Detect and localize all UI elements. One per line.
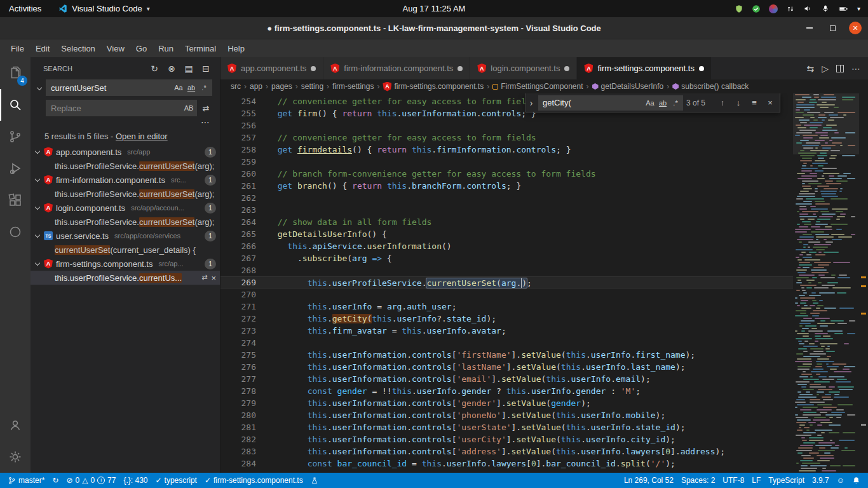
split-editor-icon[interactable]: [836, 65, 844, 72]
explorer-icon[interactable]: 4: [0, 57, 31, 89]
minimize-button[interactable]: [803, 22, 816, 34]
network-icon[interactable]: [786, 4, 795, 13]
whole-word-toggle[interactable]: ab: [185, 81, 198, 94]
tab-firm-settings.component.ts[interactable]: Afirm-settings.component.ts: [577, 57, 711, 79]
regex-toggle[interactable]: .*: [198, 81, 210, 94]
search-result-match-row[interactable]: this.userProfileService.currentUs...⇄×: [31, 271, 220, 285]
indentation-status[interactable]: Spaces: 2: [677, 473, 719, 488]
open-new-search-editor-icon[interactable]: ▤: [184, 64, 194, 74]
chevron-down-icon[interactable]: [35, 233, 40, 238]
code-line[interactable]: 283 this.userInformation.controls['addre…: [220, 445, 793, 458]
breadcrumb-item[interactable]: subscribe() callback: [681, 82, 749, 91]
line-number[interactable]: 264: [220, 216, 256, 228]
source-control-icon[interactable]: [0, 121, 31, 152]
code-line[interactable]: 272 this.getCity(this.userInfo?.state_id…: [220, 313, 793, 325]
notifications-bell-icon[interactable]: [848, 473, 864, 488]
line-number[interactable]: 257: [220, 132, 256, 144]
minimap[interactable]: [793, 93, 859, 473]
maximize-button[interactable]: [826, 22, 839, 34]
eol-status[interactable]: LF: [748, 473, 764, 488]
line-number[interactable]: 262: [220, 192, 256, 204]
line-number[interactable]: 276: [220, 361, 256, 373]
tab-app.component.ts[interactable]: Aapp.component.ts: [220, 57, 323, 79]
code-line[interactable]: 263: [220, 204, 793, 216]
clear-search-results-icon[interactable]: ⊗: [166, 64, 177, 74]
modified-dot[interactable]: [699, 66, 704, 71]
code-line[interactable]: 264 // show data in all form fields: [220, 216, 793, 228]
volume-icon[interactable]: [803, 4, 813, 13]
code-line[interactable]: 258 get firmdetails() { return this.firm…: [220, 144, 793, 156]
line-number[interactable]: 254: [220, 95, 256, 107]
search-result-file-row[interactable]: Afirm-settings.component.tssrc/ap...1: [31, 257, 220, 271]
editor[interactable]: 254 // convenience getter for easy acces…: [220, 93, 868, 473]
chevron-down-icon[interactable]: [35, 149, 40, 154]
line-number[interactable]: 277: [220, 373, 256, 385]
more-actions-icon[interactable]: ⋯: [851, 64, 860, 74]
run-icon[interactable]: ▷: [822, 64, 829, 74]
line-number[interactable]: 256: [220, 119, 256, 132]
code-line[interactable]: 268: [220, 264, 793, 276]
modified-dot[interactable]: [311, 66, 316, 71]
code-line[interactable]: 279 this.userInformation.controls['gende…: [220, 397, 793, 409]
search-result-file-row[interactable]: Alogin.component.tssrc/app/accoun...1: [31, 201, 220, 215]
line-number[interactable]: 278: [220, 385, 256, 397]
breadcrumb-item[interactable]: getDetailsUserInfo: [601, 82, 664, 91]
typescript-check-status[interactable]: ✓typescript: [151, 473, 200, 488]
line-number[interactable]: 260: [220, 168, 256, 180]
line-number[interactable]: 282: [220, 433, 256, 445]
open-in-editor-link[interactable]: Open in editor: [116, 132, 168, 141]
file-check-status[interactable]: ✓firm-settings.component.ts: [201, 473, 307, 488]
search-result-match-row[interactable]: this.userProfileService.currentUserSet(a…: [31, 215, 220, 229]
line-number[interactable]: 271: [220, 301, 256, 313]
menu-selection[interactable]: Selection: [55, 42, 100, 55]
replace-icon[interactable]: ⇄: [201, 273, 207, 283]
sync-indicator-icon[interactable]: [769, 4, 778, 13]
line-number[interactable]: 267: [220, 252, 256, 264]
code-line[interactable]: 271 this.userInfo = arg.auth_user;: [220, 301, 793, 313]
toggle-replace-chevron[interactable]: [34, 79, 44, 116]
code-line[interactable]: 270: [220, 288, 793, 301]
line-number[interactable]: 274: [220, 337, 256, 349]
check-circle-icon[interactable]: [752, 4, 761, 13]
menu-edit[interactable]: Edit: [30, 42, 55, 55]
next-match-icon[interactable]: ↓: [732, 97, 745, 109]
tab-firm-information.component.ts[interactable]: Afirm-information.component.ts: [323, 57, 470, 79]
line-number[interactable]: 280: [220, 409, 256, 421]
previous-match-icon[interactable]: ↑: [716, 97, 729, 109]
ts-version-status[interactable]: 3.9.7: [808, 473, 833, 488]
line-number[interactable]: 279: [220, 397, 256, 409]
extensions-icon[interactable]: [0, 184, 31, 216]
code-line[interactable]: 259: [220, 156, 793, 168]
code-line[interactable]: 267 .subscribe(arg => {: [220, 252, 793, 264]
search-result-match-row[interactable]: this.userProfileService.currentUserSet(a…: [31, 159, 220, 173]
line-number[interactable]: 281: [220, 421, 256, 433]
replace-input[interactable]: Replace AB: [46, 100, 197, 116]
find-match-case-toggle[interactable]: Aa: [644, 97, 656, 109]
open-changes-icon[interactable]: ⇆: [806, 64, 814, 74]
breadcrumb-item[interactable]: src: [231, 82, 241, 91]
preserve-case-toggle[interactable]: AB: [182, 102, 195, 114]
line-number[interactable]: 272: [220, 313, 256, 325]
refresh-icon[interactable]: ↻: [149, 64, 159, 74]
search-result-match-row[interactable]: this.userProfileService.currentUserSet(a…: [31, 187, 220, 201]
close-find-icon[interactable]: ×: [764, 97, 776, 109]
battery-icon[interactable]: [838, 4, 849, 13]
collapse-all-icon[interactable]: ⊟: [201, 64, 211, 74]
search-result-file-row[interactable]: TSuser.service.tssrc/app/core/services1: [31, 229, 220, 243]
dismiss-icon[interactable]: ×: [211, 273, 216, 283]
code-line[interactable]: 282 this.userInformation.controls['userC…: [220, 433, 793, 445]
run-debug-icon[interactable]: [0, 152, 31, 184]
git-branch-status[interactable]: master*: [4, 473, 48, 488]
line-number[interactable]: 255: [220, 107, 256, 119]
modified-dot[interactable]: [458, 66, 463, 71]
menu-view[interactable]: View: [101, 42, 130, 55]
microphone-icon[interactable]: [821, 4, 830, 13]
line-number[interactable]: 273: [220, 325, 256, 337]
code-line[interactable]: 277 this.userInformation.controls['email…: [220, 373, 793, 385]
search-result-file-row[interactable]: Aapp.component.tssrc/app1: [31, 145, 220, 159]
code-line[interactable]: 265 getDetailsUserInfo() {: [220, 228, 793, 240]
line-number[interactable]: 283: [220, 445, 256, 458]
line-number[interactable]: 268: [220, 264, 256, 276]
breadcrumb-item[interactable]: pages: [271, 82, 292, 91]
breadcrumb-item[interactable]: setting: [301, 82, 323, 91]
